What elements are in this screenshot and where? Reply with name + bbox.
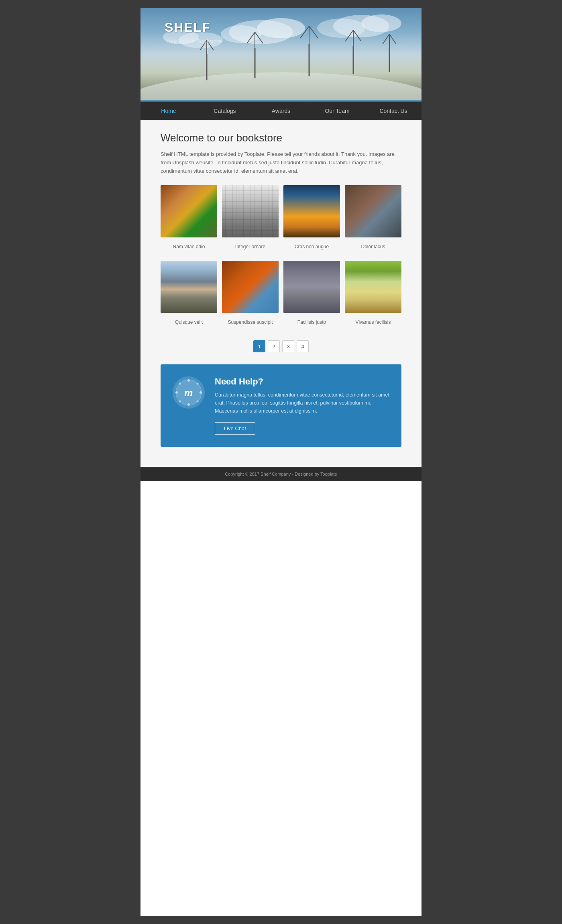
svg-point-31	[187, 379, 190, 382]
gallery-item-4[interactable]	[345, 185, 401, 237]
svg-point-32	[187, 403, 190, 406]
gallery-image-5	[161, 261, 217, 313]
gallery-image-6	[222, 261, 279, 313]
gallery-caption-2: Integer ornare	[222, 244, 279, 249]
svg-point-6	[317, 18, 365, 38]
svg-point-35	[179, 383, 181, 385]
svg-point-2	[257, 18, 305, 38]
footer-text: Copyright © 2017 Shelf Company - Designe…	[225, 472, 337, 476]
gallery-image-8	[345, 261, 401, 313]
gallery-item-1[interactable]	[161, 185, 217, 237]
gallery-item-3[interactable]	[283, 185, 340, 237]
gallery-row-2	[161, 261, 401, 313]
welcome-paragraph: Shelf HTML template is provided by Toopl…	[161, 150, 401, 175]
gallery-caption-1: Nam vitae odio	[161, 244, 217, 249]
site-subtitle: Your Online Bookstore	[165, 38, 222, 45]
gallery-caption-7: Facilisis justo	[283, 319, 340, 325]
svg-point-37	[179, 401, 181, 403]
nav-home[interactable]: Home	[140, 102, 197, 120]
help-icon: m	[173, 376, 205, 409]
page-button-1[interactable]: 1	[253, 340, 265, 352]
nav-contact-us[interactable]: Contact Us	[365, 102, 422, 120]
svg-point-5	[361, 14, 401, 32]
gallery-captions-row-2: Quisque velit Suspendisse suscipit Facil…	[161, 317, 401, 332]
pagination: 1 2 3 4	[161, 340, 401, 352]
help-description: Curabitur magna tellus, condimentum vita…	[215, 391, 389, 415]
gallery-item-7[interactable]	[283, 261, 340, 313]
svg-point-36	[197, 383, 199, 385]
footer: Copyright © 2017 Shelf Company - Designe…	[140, 467, 422, 481]
svg-point-38	[197, 401, 199, 403]
help-section: m Need Help? Curabitur magna tellus, con…	[161, 364, 401, 447]
nav-awards[interactable]: Awards	[253, 102, 309, 120]
help-title: Need Help?	[215, 376, 389, 387]
nav-our-team[interactable]: Our Team	[309, 102, 365, 120]
gallery-captions-row-1: Nam vitae odio Integer ornare Cras non a…	[161, 241, 401, 257]
gallery-image-4	[345, 185, 401, 237]
gallery-image-3	[283, 185, 340, 237]
gallery-item-2[interactable]	[222, 185, 279, 237]
page-button-2[interactable]: 2	[268, 340, 280, 352]
gallery-image-1	[161, 185, 217, 237]
gallery-caption-4: Dolor lacus	[345, 244, 401, 249]
gallery-item-8[interactable]	[345, 261, 401, 313]
gallery-row-1	[161, 185, 401, 237]
gallery-item-5[interactable]	[161, 261, 217, 313]
main-nav: Home Catalogs Awards Our Team Contact Us	[140, 100, 422, 120]
gallery-caption-8: Vivamus facilisis	[345, 319, 401, 325]
gallery-caption-5: Quisque velit	[161, 319, 217, 325]
page-button-4[interactable]: 4	[297, 340, 309, 352]
nav-catalogs[interactable]: Catalogs	[197, 102, 253, 120]
main-content: Welcome to our bookstore Shelf HTML temp…	[140, 120, 422, 467]
help-content: Need Help? Curabitur magna tellus, condi…	[215, 376, 389, 435]
gallery-item-6[interactable]	[222, 261, 279, 313]
gallery-image-7	[283, 261, 340, 313]
live-chat-button[interactable]: Live Chat	[215, 422, 255, 435]
site-title: SHELF	[165, 20, 211, 35]
svg-text:m: m	[184, 386, 193, 399]
gallery-image-2	[222, 185, 279, 237]
page-title: Welcome to our bookstore	[161, 132, 401, 144]
svg-point-33	[175, 391, 178, 394]
gallery-caption-6: Suspendisse suscipit	[222, 319, 279, 325]
hero-section: SHELF Your Online Bookstore	[140, 8, 422, 100]
page-button-3[interactable]: 3	[282, 340, 294, 352]
svg-point-34	[200, 391, 202, 394]
gallery-caption-3: Cras non augue	[283, 244, 340, 249]
